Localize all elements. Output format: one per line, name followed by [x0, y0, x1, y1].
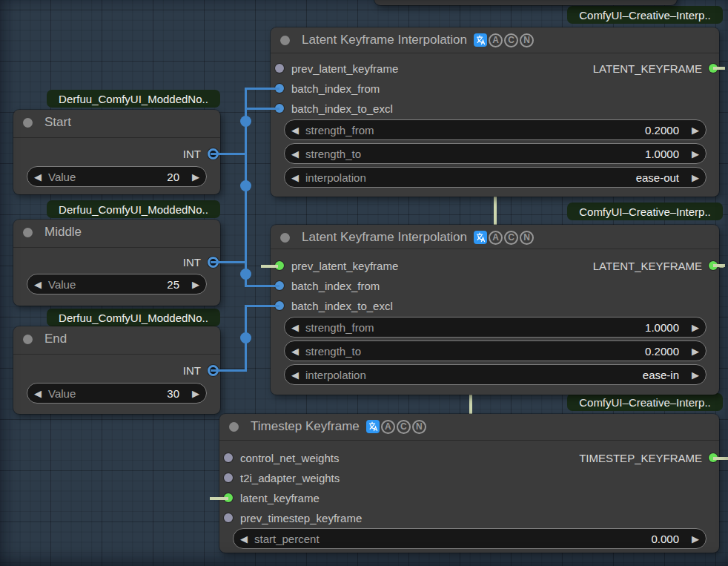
strength-from-widget[interactable]: ◀ strength_from 0.2000 ▶ [284, 119, 707, 140]
output-slot-latent-keyframe: LATENT_KEYFRAME [593, 257, 718, 274]
output-slot-timestep-keyframe: TIMESTEP_KEYFRAME [579, 449, 718, 467]
increment-arrow-icon[interactable]: ▶ [192, 172, 199, 182]
node-graph-canvas[interactable]: ComfyUI–Creative–Interp.. ComfyUI–Creati… [0, 0, 728, 566]
value-widget[interactable]: ◀ Value 20 ▶ [27, 166, 207, 187]
decrement-arrow-icon[interactable]: ◀ [291, 370, 299, 380]
value-widget[interactable]: ◀ Value 25 ▶ [27, 274, 207, 294]
decrement-arrow-icon[interactable]: ◀ [291, 346, 299, 356]
decrement-arrow-icon[interactable]: ◀ [291, 149, 299, 159]
input-slot-t2i-adapter-weights: t2i_adapter_weights [224, 469, 340, 487]
collapse-dot[interactable] [280, 36, 290, 45]
input-slot-batch-index-to-excl: batch_index_to_excl [275, 297, 393, 315]
decrement-arrow-icon[interactable]: ◀ [34, 389, 42, 398]
node-title: End [44, 332, 67, 346]
interpolation-widget[interactable]: ◀ interpolation ease-in ▶ [284, 364, 707, 385]
pack-badge: Derfuu_ComfyUI_ModdedNo.. [47, 90, 220, 108]
input-slot-batch-index-to-excl: batch_index_to_excl [275, 99, 393, 117]
node-start[interactable]: Start INT ◀ Value 20 ▶ [13, 110, 220, 194]
pack-badge: ComfyUI–Creative–Interp.. [567, 203, 723, 220]
node-middle[interactable]: Middle INT ◀ Value 25 ▶ [13, 220, 220, 306]
pack-badge: ComfyUI–Creative–Interp.. [567, 6, 723, 24]
increment-arrow-icon[interactable]: ▶ [692, 346, 699, 356]
offscreen-node-bottom-edge[interactable] [374, 0, 677, 5]
collapse-dot[interactable] [23, 228, 33, 237]
input-slot-latent-keyframe: latent_keyframe [224, 489, 320, 507]
node-title: Latent Keyframe Interpolation [302, 33, 467, 47]
link-midpoint-dot[interactable] [240, 116, 251, 127]
interpolation-widget[interactable]: ◀ interpolation ease-out ▶ [284, 167, 707, 188]
input-port-control-net-weights[interactable] [224, 453, 233, 462]
input-port-t2i-adapter-weights[interactable] [224, 473, 233, 482]
link-midpoint-dot[interactable] [240, 180, 251, 191]
badge-letter-c-icon: C [504, 231, 518, 245]
input-slot-prev-latent-keyframe: prev_latent_keyframe [275, 257, 398, 274]
increment-arrow-icon[interactable]: ▶ [192, 389, 199, 398]
node-timestep-keyframe[interactable]: Timestep Keyframe A C N control_net_weig… [219, 414, 719, 553]
node-title-bar[interactable]: End [13, 326, 220, 352]
badge-letter-a-icon: A [381, 420, 395, 434]
node-title: Start [44, 115, 71, 130]
badge-letter-a-icon: A [489, 231, 503, 245]
translate-badge-icon [474, 231, 487, 244]
strength-from-widget[interactable]: ◀ strength_from 1.0000 ▶ [284, 317, 707, 338]
start-percent-widget[interactable]: ◀ start_percent 0.000 ▶ [233, 528, 707, 549]
decrement-arrow-icon[interactable]: ◀ [291, 323, 299, 332]
value-widget[interactable]: ◀ Value 30 ▶ [27, 383, 207, 404]
node-title: Latent Keyframe Interpolation [302, 230, 467, 245]
collapse-dot[interactable] [23, 335, 33, 344]
translate-badge-icon [366, 420, 380, 433]
pack-badge: Derfuu_ComfyUI_ModdedNo.. [47, 200, 220, 218]
increment-arrow-icon[interactable]: ▶ [692, 149, 699, 159]
decrement-arrow-icon[interactable]: ◀ [34, 172, 42, 182]
output-slot-latent-keyframe: LATENT_KEYFRAME [593, 59, 718, 77]
strength-to-widget[interactable]: ◀ strength_to 0.2000 ▶ [284, 340, 707, 361]
node-title: Timestep Keyframe [251, 419, 360, 434]
collapse-dot[interactable] [280, 233, 290, 243]
node-title-bar[interactable]: Latent Keyframe Interpolation A C N [271, 27, 719, 53]
badge-letter-c-icon: C [397, 420, 411, 434]
input-slot-prev-latent-keyframe: prev_latent_keyframe [275, 59, 398, 77]
node-title: Middle [44, 225, 82, 240]
collapse-dot[interactable] [23, 118, 33, 128]
input-port-prev-latent-keyframe[interactable] [275, 64, 284, 73]
increment-arrow-icon[interactable]: ▶ [692, 370, 699, 380]
node-title-bar[interactable]: Start [13, 110, 220, 135]
increment-arrow-icon[interactable]: ▶ [192, 280, 199, 289]
decrement-arrow-icon[interactable]: ◀ [34, 280, 42, 289]
decrement-arrow-icon[interactable]: ◀ [240, 534, 248, 544]
input-slot-batch-index-from: batch_index_from [275, 277, 380, 294]
input-slot-control-net-weights: control_net_weights [224, 449, 339, 467]
badge-letter-a-icon: A [489, 33, 503, 47]
collapse-dot[interactable] [229, 422, 239, 432]
pack-badge: ComfyUI–Creative–Interp.. [567, 393, 723, 411]
increment-arrow-icon[interactable]: ▶ [692, 534, 699, 544]
node-latent-keyframe-interpolation-2[interactable]: Latent Keyframe Interpolation A C N prev… [271, 225, 719, 395]
input-slot-prev-timestep-keyframe: prev_timestep_keyframe [224, 509, 362, 527]
node-title-bar[interactable]: Middle [13, 220, 220, 245]
translate-badge-icon [474, 33, 487, 47]
decrement-arrow-icon[interactable]: ◀ [291, 173, 299, 182]
strength-to-widget[interactable]: ◀ strength_to 1.0000 ▶ [284, 143, 707, 164]
badge-letter-c-icon: C [504, 33, 518, 47]
node-title-bar[interactable]: Timestep Keyframe A C N [219, 414, 719, 439]
increment-arrow-icon[interactable]: ▶ [692, 125, 699, 135]
link-midpoint-dot[interactable] [240, 332, 251, 343]
node-title-bar[interactable]: Latent Keyframe Interpolation A C N [271, 225, 719, 250]
increment-arrow-icon[interactable]: ▶ [692, 173, 699, 182]
input-slot-batch-index-from: batch_index_from [275, 79, 380, 97]
node-end[interactable]: End INT ◀ Value 30 ▶ [13, 326, 220, 414]
badge-letter-n-icon: N [412, 420, 426, 434]
input-port-prev-timestep-keyframe[interactable] [224, 513, 233, 522]
decrement-arrow-icon[interactable]: ◀ [291, 125, 299, 135]
pack-badge: Derfuu_ComfyUI_ModdedNo.. [47, 309, 220, 326]
increment-arrow-icon[interactable]: ▶ [692, 323, 699, 332]
link-midpoint-dot[interactable] [240, 269, 251, 280]
badge-letter-n-icon: N [520, 231, 534, 245]
node-latent-keyframe-interpolation-1[interactable]: Latent Keyframe Interpolation A C N prev… [271, 27, 719, 197]
badge-letter-n-icon: N [520, 33, 534, 47]
